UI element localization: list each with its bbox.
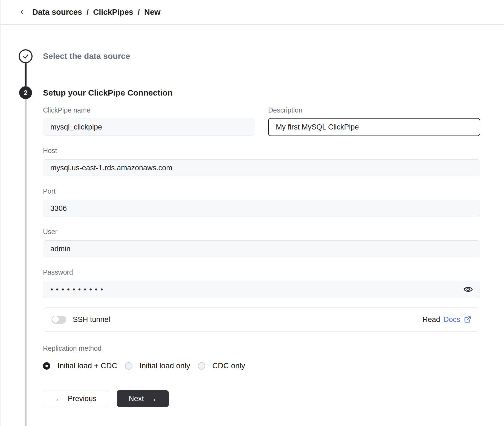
arrow-left-icon: ← (54, 395, 63, 403)
port-value: 3306 (50, 204, 67, 213)
ssh-tunnel-section: SSH tunnel Read Docs (43, 307, 480, 332)
check-icon (22, 53, 29, 60)
description-value: My first MySQL ClickPipe (276, 123, 359, 131)
read-text: Read (422, 315, 440, 324)
stepper-connector-gray (25, 99, 27, 426)
replication-method-label: Replication method (43, 344, 102, 352)
replication-method-options: Initial load + CDC Initial load only CDC… (43, 361, 245, 370)
eye-icon[interactable] (464, 285, 473, 294)
radio-option-cdc-only[interactable]: CDC only (198, 361, 245, 370)
docs-link[interactable]: Docs (443, 315, 460, 324)
user-label: User (43, 228, 57, 236)
step-2-number: 2 (24, 89, 27, 97)
arrow-right-icon: → (149, 395, 157, 403)
radio-unselected-icon[interactable] (125, 362, 132, 370)
breadcrumb-separator: / (86, 8, 89, 17)
host-value: mysql.us-east-1.rds.amazonaws.com (50, 164, 172, 172)
step-2-indicator: 2 (19, 86, 32, 99)
radio-label: Initial load only (140, 361, 190, 370)
previous-button-label: Previous (68, 395, 96, 403)
breadcrumb-clickpipes[interactable]: ClickPipes (93, 8, 133, 17)
stepper-connector-dark (25, 63, 27, 86)
toggle-knob (52, 316, 59, 323)
radio-option-initial-load-cdc[interactable]: Initial load + CDC (43, 361, 117, 370)
password-label: Password (43, 268, 73, 276)
radio-unselected-icon[interactable] (198, 362, 205, 370)
breadcrumb-new: New (144, 8, 161, 17)
password-masked-value: ●●●●●●●●●● (50, 287, 106, 292)
clickpipe-name-label: ClickPipe name (43, 106, 91, 114)
radio-option-initial-load-only[interactable]: Initial load only (125, 361, 190, 370)
clickpipe-name-value: mysql_clickpipe (50, 123, 102, 131)
text-cursor (360, 123, 361, 131)
back-chevron-icon[interactable]: ‹ (16, 7, 27, 18)
ssh-tunnel-label: SSH tunnel (73, 315, 110, 324)
step-1-completed-indicator (19, 49, 33, 63)
radio-selected-icon[interactable] (43, 362, 50, 370)
previous-button[interactable]: ← Previous (43, 390, 108, 407)
breadcrumb-data-sources[interactable]: Data sources (32, 8, 82, 17)
radio-label: CDC only (212, 361, 245, 370)
ssh-tunnel-toggle[interactable] (51, 316, 66, 324)
next-button[interactable]: Next → (117, 390, 169, 407)
wizard-actions: ← Previous Next → (43, 390, 169, 407)
user-value: admin (50, 245, 71, 253)
clickpipe-name-input[interactable]: mysql_clickpipe (43, 119, 255, 136)
host-label: Host (43, 147, 57, 155)
step-1-title: Select the data source (43, 51, 130, 61)
description-label: Description (268, 106, 302, 114)
step-2-title: Setup your ClickPipe Connection (43, 88, 172, 97)
breadcrumb: Data sources / ClickPipes / New (32, 8, 161, 17)
breadcrumb-separator: / (138, 8, 140, 17)
password-input[interactable]: ●●●●●●●●●● (43, 281, 480, 298)
host-input[interactable]: mysql.us-east-1.rds.amazonaws.com (43, 159, 480, 176)
port-label: Port (43, 187, 56, 195)
radio-label: Initial load + CDC (57, 361, 117, 370)
next-button-label: Next (129, 395, 144, 403)
description-input[interactable]: My first MySQL ClickPipe (268, 118, 480, 136)
user-input[interactable]: admin (43, 240, 480, 257)
top-navigation-bar: ‹ Data sources / ClickPipes / New (1, 0, 504, 25)
external-link-icon[interactable] (464, 315, 472, 324)
port-input[interactable]: 3306 (43, 200, 480, 217)
